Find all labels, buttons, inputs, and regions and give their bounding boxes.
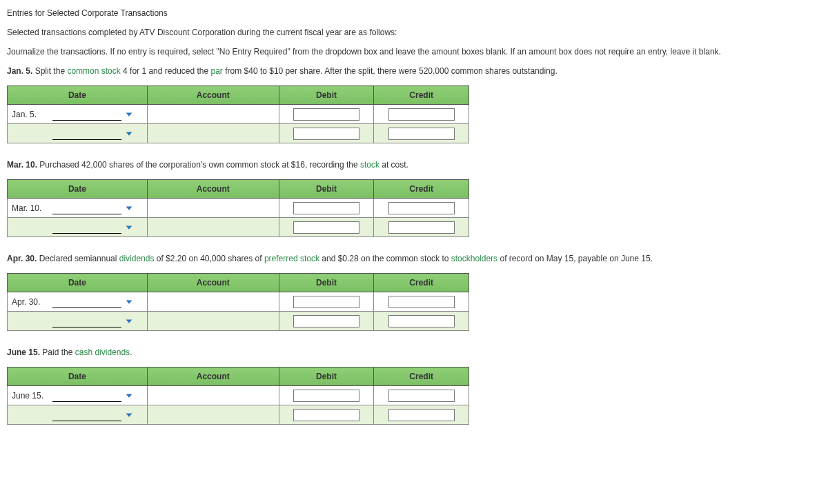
account-select-input[interactable] bbox=[52, 127, 121, 140]
column-header-account: Account bbox=[147, 367, 279, 386]
svg-marker-4 bbox=[126, 300, 132, 303]
account-select-input[interactable] bbox=[52, 295, 121, 308]
glossary-link[interactable]: stockholders bbox=[451, 254, 497, 263]
chevron-down-icon[interactable] bbox=[124, 110, 134, 119]
transaction-prompt: Apr. 30. Declared semiannual dividends o… bbox=[7, 254, 821, 263]
svg-marker-2 bbox=[126, 206, 132, 210]
intro-paragraph: Selected transactions completed by ATV D… bbox=[7, 28, 821, 37]
svg-marker-7 bbox=[126, 413, 132, 416]
account-cell bbox=[147, 292, 279, 312]
journal-table: DateAccountDebitCreditApr. 30. bbox=[7, 273, 469, 331]
column-header-account: Account bbox=[147, 180, 279, 199]
transaction-prompt: Mar. 10. Purchased 42,000 shares of the … bbox=[7, 160, 821, 170]
account-select-input[interactable] bbox=[52, 221, 121, 234]
column-header-credit: Credit bbox=[374, 274, 469, 292]
column-header-debit: Debit bbox=[279, 180, 374, 199]
glossary-link[interactable]: dividends bbox=[119, 254, 155, 263]
account-cell bbox=[147, 199, 279, 218]
debit-input[interactable] bbox=[293, 202, 359, 214]
chevron-down-icon[interactable] bbox=[124, 129, 134, 139]
account-select-input[interactable] bbox=[52, 314, 121, 327]
transaction-prompt: June 15. Paid the cash dividends. bbox=[7, 347, 821, 357]
journal-table: DateAccountDebitCreditJune 15. bbox=[7, 367, 469, 425]
column-header-debit: Debit bbox=[279, 274, 374, 292]
date-label: Mar. 10. bbox=[12, 203, 50, 213]
instructions-paragraph: Journalize the transactions. If no entry… bbox=[7, 47, 821, 57]
column-header-date: Date bbox=[8, 274, 148, 292]
credit-input[interactable] bbox=[388, 390, 455, 402]
transaction-prompt: Jan. 5. Split the common stock 4 for 1 a… bbox=[7, 66, 821, 76]
column-header-debit: Debit bbox=[279, 86, 374, 105]
chevron-down-icon[interactable] bbox=[124, 316, 134, 326]
column-header-debit: Debit bbox=[279, 367, 374, 386]
credit-input[interactable] bbox=[388, 315, 455, 327]
credit-input[interactable] bbox=[388, 221, 455, 234]
credit-input[interactable] bbox=[388, 108, 455, 121]
svg-marker-6 bbox=[126, 394, 132, 397]
date-label: Apr. 30. bbox=[12, 297, 50, 307]
account-cell bbox=[147, 218, 279, 237]
account-select-input[interactable] bbox=[52, 201, 121, 214]
journal-table: DateAccountDebitCreditMar. 10. bbox=[7, 179, 469, 237]
svg-marker-1 bbox=[126, 132, 132, 135]
debit-input[interactable] bbox=[293, 409, 359, 421]
account-select-input[interactable] bbox=[52, 408, 121, 421]
debit-input[interactable] bbox=[293, 221, 359, 234]
credit-input[interactable] bbox=[388, 296, 455, 308]
account-cell bbox=[147, 312, 279, 331]
column-header-date: Date bbox=[8, 367, 148, 386]
account-cell bbox=[147, 405, 279, 425]
journal-table: DateAccountDebitCreditJan. 5. bbox=[7, 85, 469, 143]
glossary-link[interactable]: preferred stock bbox=[264, 254, 319, 263]
column-header-date: Date bbox=[8, 180, 148, 199]
glossary-link[interactable]: cash dividends bbox=[75, 347, 130, 357]
chevron-down-icon[interactable] bbox=[124, 391, 134, 401]
debit-input[interactable] bbox=[293, 390, 359, 402]
debit-input[interactable] bbox=[293, 296, 359, 308]
chevron-down-icon[interactable] bbox=[124, 203, 134, 213]
credit-input[interactable] bbox=[388, 128, 455, 140]
glossary-link[interactable]: common stock bbox=[67, 66, 120, 76]
debit-input[interactable] bbox=[293, 315, 359, 327]
column-header-account: Account bbox=[147, 86, 279, 105]
column-header-credit: Credit bbox=[374, 367, 469, 386]
date-label: Jan. 5. bbox=[12, 110, 50, 119]
debit-input[interactable] bbox=[293, 128, 359, 140]
account-select-input[interactable] bbox=[52, 108, 121, 121]
debit-input[interactable] bbox=[293, 108, 359, 121]
svg-marker-5 bbox=[126, 319, 132, 323]
column-header-date: Date bbox=[8, 86, 148, 105]
account-cell bbox=[147, 105, 279, 124]
svg-marker-3 bbox=[126, 225, 132, 229]
column-header-account: Account bbox=[147, 274, 279, 292]
chevron-down-icon[interactable] bbox=[124, 410, 134, 420]
chevron-down-icon[interactable] bbox=[124, 297, 134, 307]
page-title: Entries for Selected Corporate Transacti… bbox=[7, 8, 821, 18]
account-select-input[interactable] bbox=[52, 389, 121, 402]
account-cell bbox=[147, 124, 279, 143]
glossary-link[interactable]: stock bbox=[360, 160, 379, 170]
credit-input[interactable] bbox=[388, 409, 455, 421]
glossary-link[interactable]: par bbox=[211, 66, 223, 76]
credit-input[interactable] bbox=[388, 202, 455, 214]
column-header-credit: Credit bbox=[374, 180, 469, 199]
chevron-down-icon[interactable] bbox=[124, 223, 134, 232]
svg-marker-0 bbox=[126, 112, 132, 116]
date-label: June 15. bbox=[12, 391, 50, 401]
account-cell bbox=[147, 386, 279, 405]
column-header-credit: Credit bbox=[374, 86, 469, 105]
